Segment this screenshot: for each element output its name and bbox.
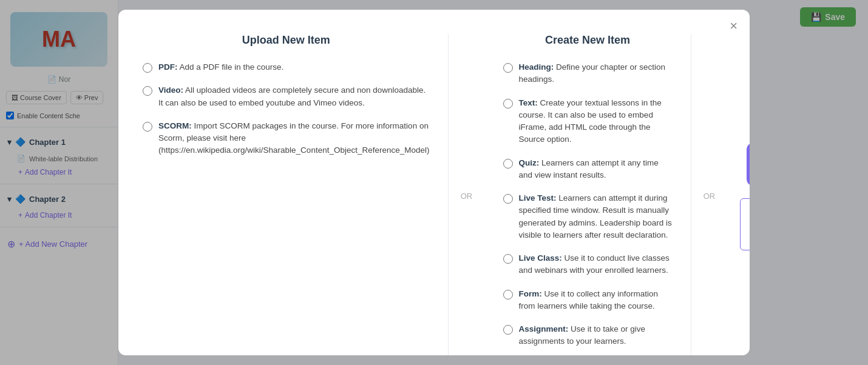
form-option: Form: Use it to collect any information … (503, 288, 673, 313)
video-text: All uploaded videos are completely secur… (158, 85, 426, 107)
live-class-bold: Live Class: (519, 253, 562, 263)
scorm-bold: SCORM: (158, 121, 192, 130)
pdf-bold: PDF: (158, 62, 178, 72)
quiz-text: Learners can attempt it any time and vie… (519, 158, 659, 179)
quiz-bold: Quiz: (519, 158, 540, 167)
modal-dialog: × Upload New Item PDF: Add a PDF file in… (118, 10, 750, 355)
assignment-option: Assignment: Use it to take or give assig… (503, 323, 673, 348)
or-divider-left: OR (449, 34, 485, 355)
scorm-text: Import SCORM packages in the course. For… (158, 121, 430, 155)
scorm-option: SCORM: Import SCORM packages in the cour… (143, 120, 430, 157)
live-class-option: Live Class: Use it to conduct live class… (503, 252, 673, 277)
create-title: Create New Item (503, 34, 673, 47)
scorm-label[interactable]: SCORM: Import SCORM packages in the cour… (158, 120, 430, 157)
pdf-label[interactable]: PDF: Add a PDF file in the course. (158, 61, 283, 73)
live-class-label[interactable]: Live Class: Use it to conduct live class… (519, 252, 673, 277)
assignment-label[interactable]: Assignment: Use it to take or give assig… (519, 323, 673, 348)
video-label[interactable]: Video: All uploaded videos are completel… (158, 84, 430, 109)
pdf-text: Add a PDF file in the course. (178, 62, 284, 72)
video-radio[interactable] (143, 86, 152, 96)
text-desc: Create your textual lessons in the cours… (519, 98, 662, 144)
form-radio[interactable] (503, 290, 513, 300)
text-radio[interactable] (503, 99, 513, 109)
live-class-radio[interactable] (503, 254, 513, 264)
modal-body: Upload New Item PDF: Add a PDF file in t… (143, 34, 725, 355)
upload-title: Upload New Item (143, 34, 430, 47)
form-bold: Form: (519, 289, 542, 298)
live-test-label[interactable]: Live Test: Learners can attempt it durin… (519, 192, 673, 241)
text-option: Text: Create your textual lessons in the… (503, 97, 673, 146)
text-bold: Text: (519, 98, 538, 107)
text-label[interactable]: Text: Create your textual lessons in the… (519, 97, 673, 146)
close-button[interactable]: × (730, 19, 737, 33)
live-test-radio[interactable] (503, 194, 513, 204)
assignment-bold: Assignment: (519, 324, 569, 333)
live-test-bold: Live Test: (519, 193, 557, 203)
or-divider-right: OR (691, 34, 728, 355)
or-left-text: OR (461, 192, 473, 201)
pdf-option: PDF: Add a PDF file in the course. (143, 61, 430, 73)
quiz-label[interactable]: Quiz: Learners can attempt it any time a… (519, 157, 673, 182)
quiz-radio[interactable] (503, 159, 513, 169)
heading-radio[interactable] (503, 63, 513, 73)
pdf-radio[interactable] (143, 63, 152, 73)
video-bold: Video: (158, 85, 183, 95)
form-label[interactable]: Form: Use it to collect any information … (519, 288, 673, 313)
assignment-radio[interactable] (503, 325, 513, 335)
live-test-option: Live Test: Learners can attempt it durin… (503, 192, 673, 241)
or-right-text: OR (704, 192, 716, 201)
asset-library-column: + Choose from Asset Library (728, 34, 750, 355)
quiz-option: Quiz: Learners can attempt it any time a… (503, 157, 673, 182)
modal-overlay: × Upload New Item PDF: Add a PDF file in… (0, 0, 868, 365)
choose-asset-library-button[interactable]: Choose from Asset Library (740, 198, 750, 250)
heading-option: Heading: Define your chapter or section … (503, 61, 673, 86)
heading-bold: Heading: (519, 62, 554, 72)
heading-label[interactable]: Heading: Define your chapter or section … (519, 61, 673, 86)
upload-column: Upload New Item PDF: Add a PDF file in t… (143, 34, 449, 355)
video-option: Video: All uploaded videos are completel… (143, 84, 430, 109)
asset-library-icon: + (747, 142, 750, 186)
scorm-radio[interactable] (143, 122, 152, 132)
create-column: Create New Item Heading: Define your cha… (485, 34, 691, 355)
